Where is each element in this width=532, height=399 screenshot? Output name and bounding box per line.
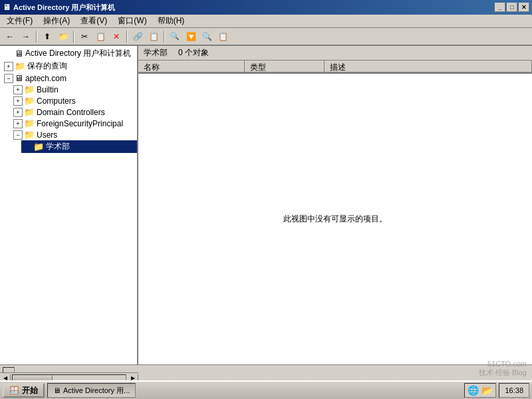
expand-computers[interactable]: + xyxy=(13,96,23,106)
toolbar-separator-4 xyxy=(164,31,165,43)
start-button[interactable]: 🪟 开始 xyxy=(3,383,45,398)
tree-item-builtin[interactable]: + 📁 Builtin xyxy=(12,84,137,95)
domain-icon: 🖥 xyxy=(15,73,23,83)
builtin-icon: 📁 xyxy=(24,84,35,94)
show-tree-button[interactable]: 📁 xyxy=(56,30,70,43)
builtin-label: Builtin xyxy=(37,85,59,94)
title-bar-buttons: _ □ ✕ xyxy=(495,3,529,12)
domain-controllers-label: Domain Controllers xyxy=(37,108,105,117)
empty-message: 此视图中没有可显示的项目。 xyxy=(283,213,387,225)
menu-bar: 文件(F) 操作(A) 查看(V) 窗口(W) 帮助(H) xyxy=(0,15,532,28)
delete-button[interactable]: ✕ xyxy=(109,30,124,43)
computers-label: Computers xyxy=(37,96,76,106)
forward-button[interactable]: → xyxy=(19,30,33,43)
selected-folder-name: 学术部 xyxy=(144,47,168,59)
foreign-icon: 📁 xyxy=(24,118,35,128)
expand-domain[interactable]: − xyxy=(4,74,13,83)
export-button[interactable]: 📋 xyxy=(215,30,230,43)
saved-queries-label: 保存的查询 xyxy=(27,61,67,72)
properties-button[interactable]: 📋 xyxy=(146,30,161,43)
expand-users[interactable]: − xyxy=(13,130,23,140)
menu-file[interactable]: 文件(F) xyxy=(1,14,38,28)
watermark-line1: 51CTO.com xyxy=(479,360,527,368)
menu-window[interactable]: 窗口(W) xyxy=(112,14,152,28)
start-icon: 🪟 xyxy=(9,386,19,395)
filter-button[interactable]: 🔽 xyxy=(184,30,198,43)
back-button[interactable]: ← xyxy=(3,30,17,43)
toolbar-separator-1 xyxy=(36,31,37,43)
tree-root: 🖥 Active Directory 用户和计算机 xyxy=(3,47,137,60)
right-content-empty: 此视图中没有可显示的项目。 xyxy=(138,74,532,364)
tree-panel: 🖥 Active Directory 用户和计算机 + 📁 保存的查询 − 🖥 … xyxy=(0,46,138,364)
toolbar-separator-3 xyxy=(126,31,128,43)
expand-foreign[interactable]: + xyxy=(13,119,23,128)
title-bar-left: 🖥 Active Directory 用户和计算机 xyxy=(3,3,115,13)
xueshubu-icon: 📁 xyxy=(33,142,44,152)
menu-action[interactable]: 操作(A) xyxy=(38,14,75,28)
tree-item-domain[interactable]: − 🖥 aptech.com xyxy=(3,72,137,84)
col-header-name[interactable]: 名称 xyxy=(138,61,245,72)
tree-root-label: Active Directory 用户和计算机 xyxy=(25,48,131,59)
taskbar-tray: 🌐 📂 xyxy=(464,383,496,398)
tree-item-computers[interactable]: + 📁 Computers xyxy=(12,95,137,106)
domain-controllers-icon: 📁 xyxy=(24,107,35,117)
refresh-button[interactable]: 🔍 xyxy=(200,30,214,43)
toolbar: ← → ⬆ 📁 ✂ 📋 ✕ 🔗 📋 🔍 🔽 🔍 📋 xyxy=(0,28,532,45)
title-bar: 🖥 Active Directory 用户和计算机 _ □ ✕ xyxy=(0,0,532,15)
tree-item-foreign[interactable]: + 📁 ForeignSecurityPrincipal xyxy=(12,118,137,129)
tree-item-xueshubu[interactable]: 📁 学术部 xyxy=(21,140,137,153)
computers-icon: 📁 xyxy=(24,96,35,106)
maximize-button[interactable]: □ xyxy=(507,3,517,12)
close-button[interactable]: ✕ xyxy=(519,3,529,12)
object-count: 0 个对象 xyxy=(178,47,209,59)
tree-item-saved-queries[interactable]: + 📁 保存的查询 xyxy=(3,60,137,72)
watermark-line2: 技术·经验·Blog xyxy=(479,368,527,378)
program-label: Active Directory 用... xyxy=(63,386,130,396)
col-header-type[interactable]: 类型 xyxy=(245,61,325,72)
users-label: Users xyxy=(37,130,57,140)
tray-ie-icon: 🌐 xyxy=(467,385,479,396)
menu-help[interactable]: 帮助(H) xyxy=(152,14,190,28)
xueshubu-label: 学术部 xyxy=(46,141,70,152)
main-area: 🖥 Active Directory 用户和计算机 + 📁 保存的查询 − 🖥 … xyxy=(0,45,532,364)
column-headers: 名称 类型 描述 xyxy=(138,61,532,74)
col-header-desc[interactable]: 描述 xyxy=(325,61,532,72)
watermark: 51CTO.com 技术·经验·Blog xyxy=(479,360,527,378)
program-icon: 🖥 xyxy=(53,386,61,394)
taskbar-clock: 16:38 xyxy=(499,383,529,398)
toolbar-separator-2 xyxy=(73,31,74,43)
root-icon: 🖥 xyxy=(15,49,23,59)
right-header: 学术部 0 个对象 xyxy=(138,46,532,61)
users-icon: 📁 xyxy=(24,130,35,140)
tree-item-domain-controllers[interactable]: + 📁 Domain Controllers xyxy=(12,106,137,118)
copy-button[interactable]: 📋 xyxy=(93,30,108,43)
minimize-button[interactable]: _ xyxy=(495,3,505,12)
right-panel: 学术部 0 个对象 名称 类型 描述 此视图中没有可显示的项目。 xyxy=(138,46,532,364)
cut-button[interactable]: ✂ xyxy=(77,30,92,43)
domain-label: aptech.com xyxy=(25,74,66,83)
taskbar: 🪟 开始 🖥 Active Directory 用... 🌐 📂 16:38 xyxy=(0,380,532,399)
expand-saved-queries[interactable]: + xyxy=(4,62,13,71)
up-button[interactable]: ⬆ xyxy=(40,30,55,43)
saved-queries-icon: 📁 xyxy=(15,61,25,71)
tray-folder-icon: 📂 xyxy=(481,385,493,396)
foreign-label: ForeignSecurityPrincipal xyxy=(37,119,123,128)
start-label: 开始 xyxy=(22,385,38,396)
app-icon: 🖥 xyxy=(3,3,11,12)
link-button[interactable]: 🔗 xyxy=(130,30,145,43)
find-button[interactable]: 🔍 xyxy=(168,30,182,43)
taskbar-program-ad[interactable]: 🖥 Active Directory 用... xyxy=(47,383,136,398)
menu-view[interactable]: 查看(V) xyxy=(75,14,112,28)
expand-domain-controllers[interactable]: + xyxy=(13,108,23,117)
window-title: Active Directory 用户和计算机 xyxy=(13,3,115,13)
expand-builtin[interactable]: + xyxy=(13,85,23,94)
tree-item-users[interactable]: − 📁 Users xyxy=(12,129,137,140)
